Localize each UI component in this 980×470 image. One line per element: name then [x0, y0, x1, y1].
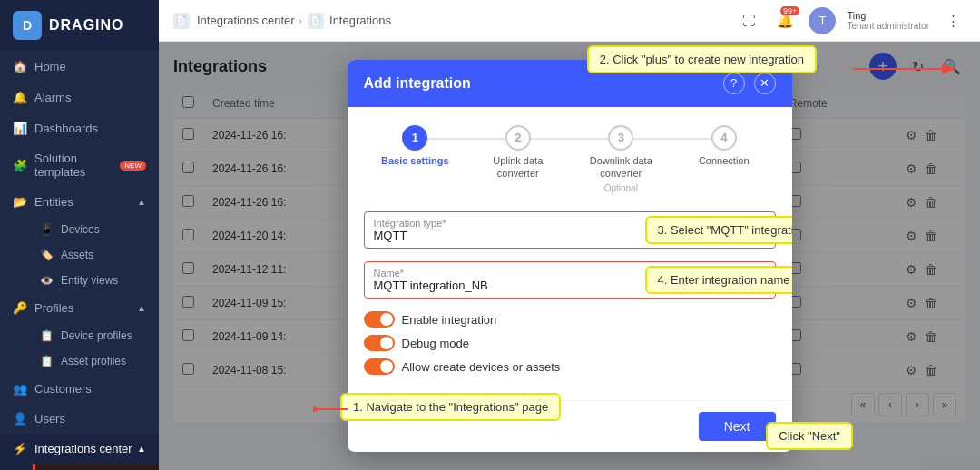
- callout-3: 3. Select "MQTT" integration type: [645, 216, 792, 244]
- profiles-icon: 🔑: [13, 301, 27, 315]
- toggle-debug-row: Debug mode: [364, 335, 776, 351]
- user-info: Ting Tenant administrator: [847, 10, 929, 31]
- fullscreen-btn[interactable]: ⛶: [736, 8, 761, 34]
- integrations-sub: 🔗 Integrations 🔄 Data converters: [0, 464, 159, 470]
- help-btn[interactable]: ?: [723, 73, 745, 94]
- step-1: 1 Basic settings: [364, 125, 467, 167]
- step-2: 2 Uplink data converter: [466, 125, 570, 181]
- page-content: Integrations + ↻ 🔍 Created time: [159, 42, 980, 470]
- step-circle-3: 3: [608, 125, 633, 151]
- sidebar-item-label: Dashboards: [34, 122, 98, 135]
- user-name: Ting: [847, 10, 929, 21]
- close-modal-btn[interactable]: ✕: [754, 73, 776, 94]
- debug-mode-toggle[interactable]: [364, 335, 395, 351]
- device-profiles-icon: 📋: [40, 329, 54, 342]
- notifications-btn[interactable]: 🔔 99+: [772, 8, 798, 34]
- sidebar-item-label: Devices: [61, 223, 100, 236]
- breadcrumb: Integrations center › 📄 Integrations: [197, 13, 729, 29]
- step-label-2: Uplink data converter: [482, 154, 554, 181]
- sidebar-item-asset-profiles[interactable]: 📋 Asset profiles: [33, 348, 159, 374]
- profiles-sub: 📋 Device profiles 📋 Asset profiles: [0, 323, 159, 374]
- breadcrumb-sep: ›: [299, 14, 302, 27]
- sidebar-item-alarms[interactable]: 🔔 Alarms: [0, 82, 159, 113]
- sidebar-item-integrations[interactable]: 🔗 Integrations: [33, 464, 159, 470]
- sidebar-item-entity-views[interactable]: 👁️ Entity views: [33, 268, 159, 293]
- sidebar-item-label: Assets: [61, 249, 93, 261]
- modal-title: Add integration: [364, 75, 471, 92]
- sidebar-item-customers[interactable]: 👥 Customers: [0, 374, 159, 404]
- step-circle-1: 1: [402, 125, 427, 151]
- alarms-icon: 🔔: [13, 90, 27, 104]
- entities-icon: 📂: [13, 195, 27, 209]
- modal-overlay: 2. Click "plus" to create new integratio…: [159, 42, 980, 470]
- callout-4: 4. Enter integration name: [645, 266, 792, 294]
- sidebar-item-label: Home: [34, 60, 66, 73]
- sidebar-section-integrations-center[interactable]: ⚡ Integrations center ▲: [0, 434, 159, 464]
- sidebar-item-users[interactable]: 👤 Users: [0, 404, 159, 434]
- name-value: MQTT integration_NB: [374, 279, 488, 292]
- allow-create-label: Allow create devices or assets: [402, 360, 561, 374]
- entities-expand-icon: ▲: [137, 197, 146, 207]
- sidebar-item-device-profiles[interactable]: 📋 Device profiles: [33, 323, 159, 348]
- name-group: Name* MQTT integration_NB 4. Enter integ…: [364, 261, 776, 299]
- integrations-center-icon: ⚡: [13, 442, 27, 455]
- sidebar-item-home[interactable]: 🏠 Home: [0, 51, 159, 82]
- sidebar-item-solution-templates[interactable]: 🧩 Solution templates NEW: [0, 143, 159, 187]
- next-btn[interactable]: Next: [699, 412, 776, 441]
- entities-sub: 📱 Devices 🏷️ Assets 👁️ Entity views: [0, 217, 159, 293]
- sidebar-item-devices[interactable]: 📱 Devices: [33, 217, 159, 242]
- steps: 1 Basic settings 2 Uplink data converter…: [364, 125, 776, 194]
- sidebar-item-label: Customers: [34, 382, 92, 396]
- breadcrumb-icon1: 📄: [173, 13, 190, 29]
- sidebar-item-label: Alarms: [34, 91, 71, 104]
- integrations-center-label: Integrations center: [34, 442, 132, 455]
- debug-mode-label: Debug mode: [402, 337, 469, 350]
- step-3: 3 Downlink data converter Optional: [570, 125, 673, 194]
- sidebar-item-dashboards[interactable]: 📊 Dashboards: [0, 113, 159, 143]
- enable-integration-toggle[interactable]: [364, 311, 395, 328]
- sidebar: D DRAGINO 🏠 Home 🔔 Alarms 📊 Dashboards 🧩…: [0, 0, 159, 470]
- app-container: D DRAGINO 🏠 Home 🔔 Alarms 📊 Dashboards 🧩…: [0, 0, 980, 470]
- enable-integration-label: Enable integration: [402, 313, 497, 327]
- breadcrumb-part1: Integrations center: [197, 14, 295, 27]
- sidebar-section-profiles[interactable]: 🔑 Profiles ▲: [0, 293, 159, 323]
- sidebar-item-label: Asset profiles: [61, 355, 126, 367]
- sidebar-item-label: Users: [34, 412, 65, 426]
- callout-2: 2. Click "plus" to create new integratio…: [587, 45, 817, 73]
- profiles-expand-icon: ▲: [137, 303, 146, 313]
- callout-5: Click "Next": [766, 422, 853, 450]
- sidebar-item-assets[interactable]: 🏷️ Assets: [33, 242, 159, 268]
- sidebar-section-entities[interactable]: 📂 Entities ▲: [0, 187, 159, 217]
- breadcrumb-icon2: 📄: [308, 13, 324, 29]
- step-circle-4: 4: [711, 125, 737, 151]
- modal-header-icons: ? ✕: [723, 73, 776, 94]
- assets-icon: 🏷️: [40, 249, 54, 261]
- sidebar-item-label: Solution templates: [34, 152, 109, 179]
- devices-icon: 📱: [40, 223, 54, 236]
- main-content: 📄 Integrations center › 📄 Integrations ⛶…: [159, 0, 980, 470]
- logo-icon: D: [13, 11, 42, 40]
- step-label-4: Connection: [699, 154, 750, 167]
- step-label-3: Downlink data converter: [584, 154, 657, 181]
- sidebar-item-label: Device profiles: [61, 329, 132, 342]
- breadcrumb-part2: Integrations: [329, 14, 391, 27]
- step-sublabel-3: Optional: [604, 183, 638, 193]
- logo-text: DRAGINO: [49, 17, 124, 34]
- step-circle-2: 2: [505, 125, 531, 151]
- step-label-1: Basic settings: [381, 154, 449, 167]
- customers-icon: 👥: [13, 382, 27, 396]
- more-menu-btn[interactable]: ⋮: [940, 8, 965, 34]
- topbar-actions: ⛶ 🔔 99+ T Ting Tenant administrator ⋮: [736, 7, 965, 34]
- entities-label: Entities: [34, 195, 74, 209]
- asset-profiles-icon: 📋: [40, 355, 54, 367]
- integrations-center-expand-icon: ▲: [137, 444, 146, 454]
- modal-body: 1 Basic settings 2 Uplink data converter…: [348, 107, 792, 401]
- integration-type-label: Integration type*: [374, 218, 446, 229]
- users-icon: 👤: [13, 412, 27, 426]
- sidebar-item-label: Entity views: [61, 274, 118, 287]
- integration-type-group: Integration type* MQTT ✕ 3. Select "MQTT…: [364, 211, 776, 249]
- entity-views-icon: 👁️: [40, 274, 54, 287]
- integration-type-value: MQTT: [374, 229, 407, 242]
- avatar[interactable]: T: [808, 7, 836, 34]
- allow-create-toggle[interactable]: [364, 358, 395, 375]
